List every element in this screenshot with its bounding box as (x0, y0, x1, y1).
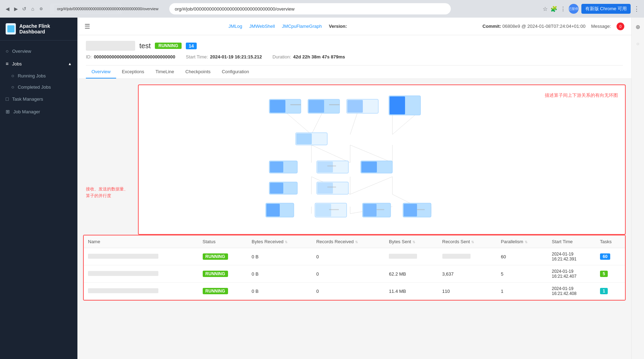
sidebar-item-completed-jobs[interactable]: ○ Completed Jobs (6, 81, 77, 93)
svg-rect-40 (270, 183, 283, 194)
svg-rect-52 (329, 209, 339, 210)
svg-line-16 (350, 145, 392, 163)
svg-rect-23 (309, 100, 324, 113)
overview-body: 接收、发送的数据量、 算子的并行度 描述算子间上下游关系的有向无环图 (77, 79, 631, 306)
tab-configuration[interactable]: Configuration (216, 65, 254, 78)
start-time-label: Start Time: (186, 54, 208, 59)
row3-bytes-sent: 11.4 MB (385, 283, 438, 300)
task-managers-icon: □ (6, 96, 8, 102)
topbar-menu-icon[interactable]: ☰ (84, 23, 90, 30)
browser-menu-icon[interactable]: ⋮ (560, 6, 566, 12)
svg-rect-38 (327, 165, 336, 166)
tasks-table: Name Status Bytes Received⇅ Records Rece… (84, 235, 625, 300)
records-sent-sort-icon[interactable]: ⇅ (471, 240, 474, 244)
sidebar-label-completed-jobs: Completed Jobs (18, 84, 51, 90)
back-button[interactable]: ◀ (4, 6, 11, 12)
tasks-table-section: Name Status Bytes Received⇅ Records Rece… (83, 235, 626, 301)
sidebar-item-overview[interactable]: ○ Overview (0, 45, 77, 57)
row3-tasks: 1 (596, 283, 625, 300)
svg-line-2 (350, 113, 357, 134)
tab-checkpoints[interactable]: Checkpoints (180, 65, 216, 78)
completed-jobs-icon: ○ (11, 84, 14, 90)
sidebar-item-job-manager[interactable]: ⊞ Job Manager (0, 105, 77, 118)
row1-records-sent (438, 248, 497, 265)
version-label: Version: (329, 24, 347, 29)
row1-bytes-sent (385, 248, 438, 265)
sidebar-item-task-managers[interactable]: □ Task Managers (0, 93, 77, 105)
tab-timeline[interactable]: TimeLine (150, 65, 180, 78)
table-row: RUNNING 0 B 0 60 2024-01-1916:21:42.391 … (84, 248, 625, 265)
tabs-bar: Overview Exceptions TimeLine Checkpoints… (86, 65, 623, 78)
svg-line-17 (350, 177, 392, 194)
row1-tasks: 60 (596, 248, 625, 265)
row3-records-sent: 110 (438, 283, 497, 300)
col-name: Name (84, 235, 198, 248)
app-logo (6, 23, 16, 34)
job-meta: ID: 00000000000000000000000000000000 Sta… (86, 54, 623, 64)
settings-button[interactable]: ⚙ (38, 6, 44, 12)
records-received-sort-icon[interactable]: ⇅ (355, 240, 358, 244)
forward-button[interactable]: ▶ (13, 6, 19, 12)
jobs-chevron-icon: ▲ (68, 62, 72, 66)
chrome-menu-button[interactable]: ⋮ (633, 5, 640, 13)
svg-line-4 (392, 113, 417, 134)
sidebar-item-jobs[interactable]: ≡ Jobs ▲ (0, 57, 77, 70)
url-text: org/#/job/000000000000000000000000000000… (175, 6, 295, 12)
table-row: RUNNING 0 B 0 62.2 MB 3,637 5 2024-01-19… (84, 265, 625, 283)
row1-parallelism: 60 (497, 248, 548, 265)
row2-records-sent: 3,637 (438, 265, 497, 283)
row2-name (84, 265, 198, 283)
sidebar-label-job-manager: Job Manager (13, 109, 40, 114)
svg-rect-21 (270, 100, 285, 113)
jmlog-link[interactable]: JMLog (228, 24, 242, 29)
extensions-icon[interactable]: 🧩 (550, 6, 557, 12)
overview-icon: ○ (6, 48, 8, 54)
sidebar-label-running-jobs: Running Jobs (18, 73, 46, 78)
jmwebshell-link[interactable]: JMWebShell (249, 24, 275, 29)
bytes-received-sort-icon[interactable]: ⇅ (285, 240, 288, 244)
svg-rect-42 (317, 183, 333, 194)
row3-start-time: 2024-01-1916:21:42.408 (548, 283, 596, 300)
tab-exceptions[interactable]: Exceptions (116, 65, 150, 78)
col-records-sent: Records Sent⇅ (438, 235, 497, 248)
panel-translate-icon[interactable]: ⊕ (633, 22, 643, 32)
sidebar-label-task-managers: Task Managers (12, 96, 43, 102)
commit-info: Commit: 06808e9 @ 2024-01-08T07:24:04+01… (482, 24, 586, 29)
row3-bytes-received: 0 B (247, 283, 312, 300)
svg-rect-43 (327, 187, 336, 188)
sidebar-item-running-jobs[interactable]: ○ Running Jobs (6, 70, 77, 81)
row2-bytes-received: 0 B (247, 265, 312, 283)
jmcpuflamegraph-link[interactable]: JMCpuFlameGraph (282, 24, 322, 29)
parallelism-sort-icon[interactable]: ⇅ (525, 240, 528, 244)
col-records-received: Records Received⇅ (312, 235, 385, 248)
home-button[interactable]: ⌂ (30, 6, 36, 12)
sidebar-label-overview: Overview (12, 49, 31, 54)
running-jobs-icon: ○ (11, 73, 14, 78)
svg-rect-28 (290, 104, 301, 105)
job-id: 00000000000000000000000000000000 (94, 54, 175, 59)
row2-bytes-sent: 62.2 MB (385, 265, 438, 283)
reload-button[interactable]: ↺ (21, 6, 27, 12)
svg-rect-49 (363, 204, 377, 216)
job-name-placeholder (86, 41, 135, 51)
address-bar[interactable]: org/#/job/000000000000000000000000000000… (169, 3, 451, 14)
tab-overview[interactable]: Overview (86, 65, 116, 78)
job-header: test RUNNING 14 ID: 00000000000000000000… (77, 35, 631, 79)
bytes-sent-sort-icon[interactable]: ⇅ (412, 240, 415, 244)
table-row: RUNNING 0 B 0 11.4 MB 110 1 2024-01-1916… (84, 283, 625, 300)
dag-canvas[interactable]: 描述算子间上下游关系的有向无环图 (138, 84, 626, 235)
col-start-time: Start Time (548, 235, 596, 248)
svg-line-0 (287, 113, 311, 134)
row1-status: RUNNING (198, 248, 248, 265)
col-tasks: Tasks (596, 235, 625, 248)
row1-bytes-received: 0 B (247, 248, 312, 265)
row2-records-received: 0 (312, 265, 385, 283)
browser-tab[interactable]: org/#/job/000000000000000000000000000000… (54, 5, 118, 13)
bookmark-icon[interactable]: ☆ (543, 6, 548, 12)
svg-rect-47 (316, 204, 331, 216)
update-chrome-button[interactable]: 有新版 Chrome 可用 (581, 4, 631, 14)
row1-name (84, 248, 198, 265)
sidebar-label-jobs: Jobs (12, 61, 21, 67)
panel-circle-icon[interactable]: ○ (633, 39, 643, 49)
browser-profile[interactable]: 已暂停 (569, 4, 579, 14)
